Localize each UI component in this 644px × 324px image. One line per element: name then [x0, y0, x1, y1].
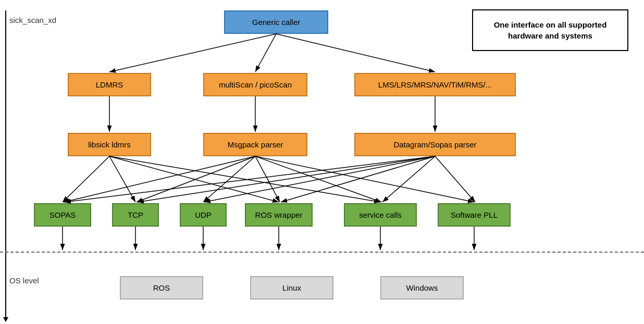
service-calls-label: service calls: [359, 210, 402, 219]
svg-line-14: [255, 156, 280, 202]
tcp-box: TCP: [112, 203, 159, 227]
svg-line-19: [204, 156, 435, 202]
generic-caller-box: Generic caller: [224, 10, 328, 34]
svg-line-7: [63, 156, 109, 202]
svg-line-13: [203, 156, 255, 202]
ldmrs-box: LDMRS: [68, 73, 151, 96]
windows-box: Windows: [380, 276, 464, 300]
svg-line-1: [109, 34, 276, 72]
multiscan-box: multiScan / picoScan: [203, 73, 307, 96]
svg-line-15: [255, 156, 381, 202]
udp-label: UDP: [195, 210, 212, 219]
ros-box: ROS: [120, 276, 203, 300]
svg-line-17: [65, 156, 435, 202]
ldmrs-label: LDMRS: [96, 80, 123, 89]
dashed-line: [0, 252, 644, 253]
linux-label: Linux: [282, 283, 301, 292]
generic-caller-label: Generic caller: [252, 18, 301, 27]
svg-line-22: [435, 156, 475, 202]
datagram-box: Datagram/Sopas parser: [354, 133, 516, 156]
svg-line-9: [109, 156, 279, 202]
software-pll-label: Software PLL: [451, 210, 498, 219]
svg-line-16: [255, 156, 474, 202]
libsick-box: libsick ldmrs: [68, 133, 151, 156]
info-box: One interface on all supportedhardware a…: [472, 9, 628, 51]
msgpack-label: Msgpack parser: [228, 140, 283, 149]
svg-line-10: [109, 156, 380, 202]
service-calls-box: service calls: [344, 203, 417, 227]
lms-box: LMS/LRS/MRS/NAV/TiM/RMS/...: [354, 73, 516, 96]
svg-line-18: [138, 156, 435, 202]
svg-line-12: [137, 156, 255, 202]
ros-label: ROS: [153, 283, 170, 292]
tcp-label: TCP: [128, 210, 143, 219]
ros-wrapper-label: ROS wrapper: [255, 210, 303, 219]
vertical-arrow: [5, 10, 6, 318]
libsick-label: libsick ldmrs: [88, 140, 131, 149]
udp-box: UDP: [180, 203, 227, 227]
msgpack-box: Msgpack parser: [203, 133, 307, 156]
sick-scan-label: sick_scan_xd: [9, 16, 56, 24]
sopas-label: SOPAS: [49, 210, 76, 219]
svg-line-21: [382, 156, 435, 202]
svg-line-20: [281, 156, 435, 202]
diagram-container: sick_scan_xd OS level One interface on a…: [0, 0, 644, 324]
software-pll-box: Software PLL: [438, 203, 511, 227]
multiscan-label: multiScan / picoScan: [219, 80, 292, 89]
os-level-label: OS level: [9, 276, 39, 285]
svg-line-8: [109, 156, 135, 202]
linux-box: Linux: [250, 276, 333, 300]
datagram-label: Datagram/Sopas parser: [393, 140, 476, 149]
sopas-box: SOPAS: [34, 203, 91, 227]
ros-wrapper-box: ROS wrapper: [245, 203, 313, 227]
svg-line-11: [64, 156, 255, 202]
windows-label: Windows: [406, 283, 438, 292]
svg-line-2: [255, 34, 276, 72]
lms-label: LMS/LRS/MRS/NAV/TiM/RMS/...: [378, 80, 492, 89]
svg-line-3: [276, 34, 435, 72]
